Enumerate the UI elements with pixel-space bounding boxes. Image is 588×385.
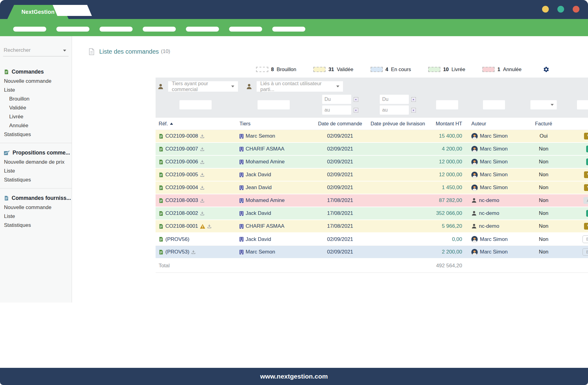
filter-delivery-from-input[interactable] — [380, 95, 409, 104]
sidebar-item-brouillon[interactable]: Brouillon — [0, 94, 72, 103]
tiers-link[interactable]: Jack David — [246, 210, 271, 216]
column-header-ref[interactable]: Réf. — [156, 121, 235, 127]
download-icon[interactable] — [200, 211, 205, 216]
sidebar-item-statistiques[interactable]: Statistiques — [0, 175, 72, 184]
sidebar-item-statistiques[interactable]: Statistiques — [0, 130, 72, 139]
tiers-link[interactable]: Jean David — [246, 185, 272, 191]
download-icon[interactable] — [207, 224, 212, 229]
sidebar-item-annulee[interactable]: Annulée — [0, 121, 72, 130]
table-row[interactable]: CO2109-0007CHARIF ASMAA02/09/20214 200,0… — [156, 143, 588, 156]
amount-ht: 4 200,00 — [427, 146, 467, 152]
window-dot-teal[interactable] — [557, 6, 564, 13]
column-header-date-prevue-de-livraison[interactable]: Date prévue de livraison — [368, 121, 427, 127]
table-row[interactable]: CO2109-0004Jean David02/09/20211 450,00M… — [156, 181, 588, 194]
table-row[interactable]: CO2108-0002Jack David17/08/2021352 066,0… — [156, 207, 588, 220]
filter-date-from-input[interactable] — [322, 95, 351, 104]
footer-url[interactable]: www.nextgestion.com — [260, 373, 328, 380]
column-header-date-de-commande[interactable]: Date de commande — [312, 121, 368, 127]
sidebar-item-validee[interactable]: Validée — [0, 103, 72, 112]
menu-item-placeholder-5[interactable] — [186, 27, 219, 32]
tiers-link[interactable]: Marc Semon — [246, 249, 275, 255]
sidebar-item-nouvelle-commande[interactable]: Nouvelle commande — [0, 77, 72, 86]
chevron-down-icon[interactable] — [63, 50, 66, 51]
order-ref-link[interactable]: CO2109-0007 — [165, 146, 198, 152]
tiers-link[interactable]: Marc Semon — [246, 133, 275, 139]
sidebar-item-liste[interactable]: Liste — [0, 212, 72, 221]
sidebar-section-propositions-comme[interactable]: Propositions comme... — [0, 148, 72, 158]
table-row[interactable]: CO2109-0005Jack David02/09/202112 000,00… — [156, 169, 588, 181]
order-ref-link[interactable]: CO2109-0008 — [165, 133, 198, 139]
sidebar-section-commandes[interactable]: Commandes — [0, 67, 72, 77]
filter-facture-select[interactable] — [530, 100, 557, 109]
download-icon[interactable] — [191, 250, 196, 254]
menu-item-placeholder-7[interactable] — [272, 27, 305, 32]
filter-tiers-input[interactable] — [258, 100, 290, 109]
menu-item-placeholder-4[interactable] — [143, 27, 176, 32]
amount-ht: 0,00 — [427, 236, 467, 242]
table-row[interactable]: (PROV56)Jack David02/09/20210,00Marc Sim… — [156, 233, 588, 246]
tiers-link[interactable]: CHARIF ASMAA — [246, 223, 285, 229]
menu-item-placeholder-6[interactable] — [229, 27, 262, 32]
sidebar-item-statistiques[interactable]: Statistiques — [0, 221, 72, 230]
column-header-etat[interactable]: État — [567, 121, 588, 127]
table-row[interactable]: CO2108-0001CHARIF ASMAA17/08/20215 966,2… — [156, 220, 588, 233]
order-ref-link[interactable]: CO2109-0004 — [165, 185, 198, 191]
sidebar-item-liste[interactable]: Liste — [0, 86, 72, 94]
sidebar-item-livree[interactable]: Livrée — [0, 112, 72, 121]
sidebar-item-nouvelle-commande[interactable]: Nouvelle commande — [0, 203, 72, 212]
download-icon[interactable] — [200, 185, 205, 190]
search-input[interactable] — [4, 47, 58, 53]
settings-gear-icon[interactable] — [543, 66, 549, 73]
table-row[interactable]: CO2108-0003Mohamed Amine17/08/202187 282… — [156, 194, 588, 207]
filter-date-to-input[interactable] — [322, 105, 351, 115]
sidebar-section-commandes-fourniss[interactable]: Commandes fourniss... — [0, 193, 72, 203]
sidebar-item-liste[interactable]: Liste — [0, 166, 72, 175]
filter-montant-input[interactable] — [436, 100, 458, 109]
filter-commercial-select[interactable]: Tiers ayant pour commercial — [168, 81, 238, 92]
invoiced-flag: Non — [521, 249, 567, 255]
order-ref-link[interactable]: (PROV56) — [165, 236, 189, 242]
order-ref-link[interactable]: CO2108-0001 — [165, 223, 198, 229]
status-badge: Validée — [584, 171, 588, 178]
table-row[interactable]: CO2109-0008Marc Semon02/09/202115 400,00… — [156, 130, 588, 143]
column-header-auteur[interactable]: Auteur — [467, 121, 521, 127]
calendar-icon[interactable] — [411, 108, 416, 112]
column-header-montant-ht[interactable]: Montant HT — [427, 121, 467, 127]
menu-item-placeholder-3[interactable] — [100, 27, 133, 32]
menu-item-placeholder-2[interactable] — [56, 27, 89, 32]
order-ref-link[interactable]: CO2108-0003 — [165, 197, 198, 204]
filter-auteur-input[interactable] — [483, 100, 505, 109]
order-ref-link[interactable]: CO2108-0002 — [165, 210, 198, 216]
order-ref-link[interactable]: CO2109-0006 — [165, 159, 198, 165]
window-dot-yellow[interactable] — [542, 6, 549, 13]
calendar-icon[interactable] — [411, 97, 416, 102]
column-header-facture[interactable]: Facturé — [521, 121, 567, 127]
filter-contact-select[interactable]: Liés à un contact utilisateur parti... — [257, 81, 343, 92]
download-icon[interactable] — [200, 198, 205, 203]
tiers-link[interactable]: Jack David — [246, 172, 271, 178]
tiers-link[interactable]: CHARIF ASMAA — [246, 146, 285, 152]
download-icon[interactable] — [200, 160, 205, 164]
filter-delivery-to-input[interactable] — [380, 105, 409, 115]
download-icon[interactable] — [200, 147, 205, 151]
calendar-icon[interactable] — [354, 97, 358, 102]
tiers-link[interactable]: Mohamed Amine — [246, 197, 285, 204]
user-avatar — [471, 146, 478, 152]
column-header-tiers[interactable]: Tiers — [235, 121, 312, 127]
order-ref-link[interactable]: (PROV53) — [165, 249, 189, 255]
download-icon[interactable] — [200, 173, 205, 177]
filter-ref-input[interactable] — [179, 100, 212, 109]
secondary-tab[interactable] — [53, 5, 92, 16]
tiers-link[interactable]: Jack David — [246, 236, 271, 242]
filter-etat-select[interactable] — [577, 100, 588, 109]
table-row[interactable]: (PROV53)Marc Semon02/09/20212 200,00Marc… — [156, 246, 588, 259]
table-row[interactable]: CO2109-0006Mohamed Amine02/09/202112 000… — [156, 156, 588, 169]
tiers-link[interactable]: Mohamed Amine — [246, 159, 285, 165]
calendar-icon[interactable] — [354, 108, 358, 112]
order-ref-link[interactable]: CO2109-0005 — [165, 172, 198, 178]
filter-contact-label: Liés à un contact utilisateur parti... — [260, 81, 333, 92]
sidebar-item-nouvelle-demande-de-prix[interactable]: Nouvelle demande de prix — [0, 158, 72, 166]
download-icon[interactable] — [200, 134, 205, 139]
menu-item-placeholder-1[interactable] — [13, 27, 46, 32]
window-dot-red[interactable] — [573, 6, 579, 13]
